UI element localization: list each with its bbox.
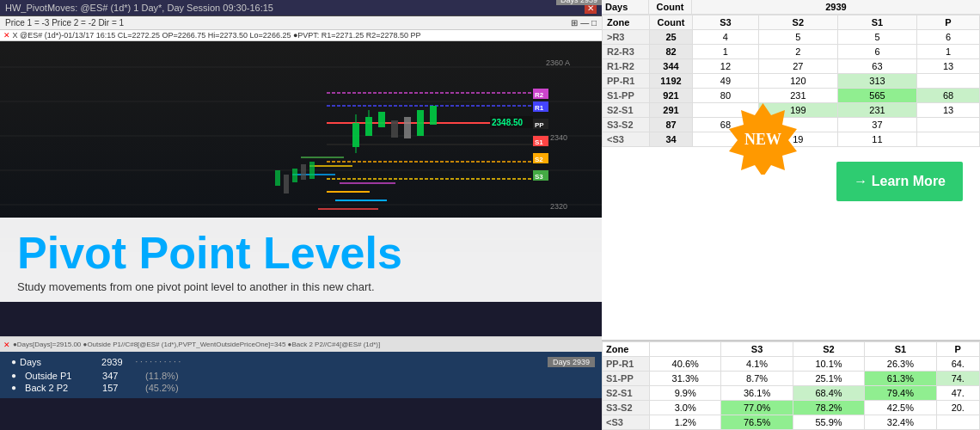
svg-text:NEW: NEW — [744, 131, 781, 148]
pct-col-p: P — [936, 342, 979, 357]
svg-text:S1: S1 — [535, 138, 543, 146]
col-s3: S3 — [693, 15, 759, 30]
svg-rect-38 — [430, 106, 437, 125]
days-label: Days — [602, 0, 649, 14]
pct-col-zone: Zone — [603, 342, 650, 357]
svg-rect-34 — [378, 112, 385, 127]
count-header: Count — [649, 0, 692, 14]
svg-text:S2: S2 — [535, 156, 543, 163]
table-row: R1-R2 344 12 27 63 13 — [603, 59, 980, 74]
pct-col-count — [650, 342, 721, 357]
col-zone: Zone — [603, 15, 650, 30]
new-badge: NEW — [726, 101, 799, 175]
svg-rect-46 — [275, 170, 280, 186]
pivot-overlay: Pivot Point Levels Study movements from … — [0, 218, 602, 302]
chart-title-bar: HW_PivotMoves: @ES# (1d*) 1 Day*, Day Se… — [0, 0, 602, 16]
pct-col-s3: S3 — [721, 342, 793, 357]
svg-text:2340: 2340 — [550, 133, 567, 142]
svg-rect-29 — [352, 123, 359, 147]
svg-rect-35 — [391, 120, 398, 138]
days-value-header: 2939 — [692, 0, 980, 14]
col-s1: S1 — [837, 15, 916, 30]
chart-panel: HW_PivotMoves: @ES# (1d*) 1 Day*, Day Se… — [0, 0, 602, 430]
data-panel-row-days: Days 2939 · · · · · · · · · · — [20, 357, 544, 367]
svg-text:2348.50: 2348.50 — [492, 118, 524, 127]
svg-text:2320: 2320 — [550, 202, 567, 211]
learn-more-button[interactable]: → Learn More — [836, 162, 963, 201]
svg-rect-47 — [284, 175, 289, 194]
col-s2: S2 — [758, 15, 837, 30]
svg-rect-37 — [417, 110, 424, 136]
pct-table: Zone S3 S2 S1 P PP-R1 40.6% 4.1% 10.1% 2… — [602, 341, 980, 430]
svg-text:R1: R1 — [535, 104, 544, 112]
chart-data-bar: ✕ X @ES# (1d*)-01/13/17 16:15 CL=2272.25… — [0, 30, 602, 41]
svg-text:PP: PP — [535, 121, 544, 129]
pct-row: S2-S1 9.9% 36.1% 68.4% 79.4% 47. — [603, 386, 980, 401]
count-table-section: Days Count 2939 Zone Count S3 S2 S1 P >R… — [602, 0, 980, 340]
svg-rect-36 — [404, 117, 411, 138]
table-row: >R3 25 4 5 5 6 — [603, 30, 980, 45]
table-row: R2-R3 82 1 2 6 1 — [603, 45, 980, 59]
svg-rect-32 — [365, 117, 372, 136]
svg-rect-48 — [292, 169, 297, 182]
table-panel: Days Count 2939 Zone Count S3 S2 S1 P >R… — [602, 0, 980, 430]
svg-text:R2: R2 — [535, 91, 544, 99]
data-panel: ● Days 2939 · · · · · · · · · · Days 293… — [0, 352, 602, 398]
pct-table-section: Zone S3 S2 S1 P PP-R1 40.6% 4.1% 10.1% 2… — [602, 340, 980, 430]
col-p: P — [917, 15, 980, 30]
pct-row: <S3 1.2% 76.5% 55.9% 32.4% — [603, 415, 980, 430]
table-row: PP-R1 1192 49 120 313 — [603, 74, 980, 89]
svg-rect-49 — [301, 164, 306, 180]
indicator-bar: ✕ ●Days[Days]=2915.00 ●Outside P1//C#8[@… — [0, 336, 602, 352]
pct-row: S3-S2 3.0% 77.0% 78.2% 42.5% 20. — [603, 401, 980, 415]
pct-row: S1-PP 31.3% 8.7% 25.1% 61.3% 74. — [603, 372, 980, 386]
pct-col-s2: S2 — [793, 342, 864, 357]
chart-info-bar: Price 1 = -3 Price 2 = -2 Dir = 1 ⊞ — □ — [0, 16, 602, 30]
pct-col-s1: S1 — [865, 342, 936, 357]
svg-text:S3: S3 — [535, 173, 543, 181]
svg-text:2360 A: 2360 A — [546, 58, 570, 67]
svg-rect-50 — [309, 162, 315, 179]
pivot-subtitle: Study movements from one pivot point lev… — [17, 280, 585, 293]
col-count: Count — [650, 15, 693, 30]
pivot-title: Pivot Point Levels — [17, 230, 585, 275]
chart-title: HW_PivotMoves: @ES# (1d*) 1 Day*, Day Se… — [5, 3, 273, 13]
table-row: S1-PP 921 80 231 565 68 — [603, 89, 980, 103]
pct-row: PP-R1 40.6% 4.1% 10.1% 26.3% 64. — [603, 357, 980, 372]
days-badge: Days 2939 — [548, 357, 595, 367]
